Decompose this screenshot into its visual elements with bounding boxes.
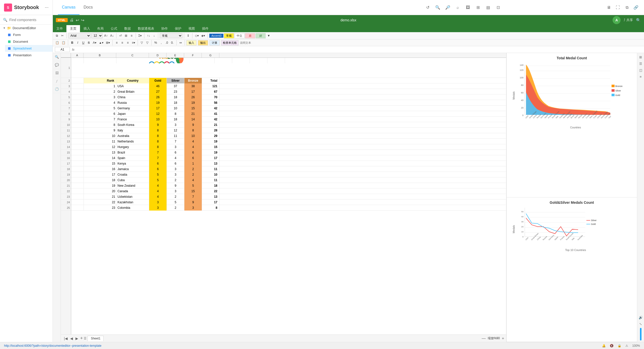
cell-total[interactable]: 70 bbox=[202, 94, 220, 100]
cell-rank[interactable]: 1 bbox=[84, 83, 116, 89]
row-height2-btn[interactable]: ⇔ bbox=[178, 40, 183, 45]
search-input[interactable] bbox=[9, 18, 53, 22]
cell-silver[interactable]: 3 bbox=[167, 172, 184, 177]
cell-rank[interactable]: 16 bbox=[84, 166, 116, 172]
undo-icon[interactable]: ↺ bbox=[425, 5, 431, 11]
align-center-btn[interactable]: ≡ bbox=[120, 40, 125, 45]
cell-silver[interactable]: 5 bbox=[167, 200, 184, 205]
zoom-in-icon[interactable]: 🔎 bbox=[445, 5, 451, 11]
cell-c1[interactable]: Rio 2016 bbox=[116, 58, 215, 63]
cell-total[interactable]: 67 bbox=[202, 89, 220, 94]
cell-bronze[interactable]: 7 bbox=[184, 194, 202, 200]
cell-bronze-header[interactable]: Bronze bbox=[184, 78, 202, 83]
cell-rank[interactable]: 11 bbox=[84, 139, 116, 144]
cell-rank[interactable]: 21 bbox=[84, 194, 116, 200]
ribbon-tab-formula[interactable]: 公式 bbox=[107, 25, 121, 32]
cell-bronze[interactable]: 15 bbox=[184, 188, 202, 194]
size-selector[interactable]: 12 bbox=[91, 33, 103, 38]
cell-total[interactable]: 11 bbox=[202, 166, 220, 172]
cell-bronze[interactable]: 17 bbox=[184, 89, 202, 94]
scroll-handle[interactable] bbox=[640, 328, 641, 340]
cell-country[interactable]: Uzbekistan bbox=[116, 194, 149, 200]
more-icon[interactable]: ⊡ bbox=[495, 5, 501, 11]
cut-btn[interactable]: ✂ bbox=[60, 33, 65, 38]
cell-bronze[interactable]: 15 bbox=[184, 106, 202, 111]
cell-rank[interactable]: 12 bbox=[84, 144, 116, 150]
cell-gold[interactable]: 46 bbox=[149, 83, 167, 89]
cell-rank[interactable]: 13 bbox=[84, 150, 116, 155]
sort-asc-btn[interactable]: ↑↓ bbox=[146, 33, 151, 38]
cell-gold[interactable]: 5 bbox=[149, 177, 167, 183]
cell-gold[interactable]: 4 bbox=[149, 188, 167, 194]
cell-silver[interactable]: 6 bbox=[167, 150, 184, 155]
cell-silver[interactable]: 23 bbox=[167, 89, 184, 94]
sheet-nav-prev[interactable]: ◀ bbox=[69, 336, 74, 341]
cell-total[interactable]: 42 bbox=[202, 117, 220, 122]
merge-btn[interactable]: ⊞ bbox=[124, 33, 129, 38]
cell-a1[interactable] bbox=[71, 58, 84, 63]
formula-input[interactable] bbox=[76, 48, 642, 51]
sort-desc-btn[interactable]: ↓ bbox=[151, 33, 156, 38]
sidebar-item-document[interactable]: Document bbox=[5, 38, 53, 45]
align-left-btn[interactable]: ≡ bbox=[114, 40, 119, 45]
search-icon[interactable]: ⌕ bbox=[455, 5, 461, 11]
cell-rank[interactable]: 20 bbox=[84, 188, 116, 194]
thousand-btn[interactable]: , bbox=[159, 40, 164, 45]
cell-empty[interactable] bbox=[71, 139, 84, 144]
sidebar-item-form[interactable]: Form bbox=[5, 31, 53, 38]
decimal-down-btn[interactable]: 0. bbox=[170, 40, 175, 45]
style-input[interactable]: 输入 bbox=[186, 40, 196, 45]
cell-gold[interactable]: 17 bbox=[149, 106, 167, 111]
cell-rank[interactable]: 8 bbox=[84, 122, 116, 128]
right-icon-4[interactable]: ≡ bbox=[638, 74, 644, 80]
cell-bronze[interactable]: 4 bbox=[184, 139, 202, 144]
ribbon-tab-home[interactable]: 主页 bbox=[66, 25, 80, 32]
cell-bronze[interactable]: 21 bbox=[184, 111, 202, 117]
cell-total[interactable]: 11 bbox=[202, 177, 220, 183]
comment-icon[interactable]: 💬 bbox=[53, 61, 61, 69]
cell-silver[interactable]: 9 bbox=[167, 183, 184, 188]
cell-total[interactable]: 42 bbox=[202, 106, 220, 111]
cell-rank[interactable]: 22 bbox=[84, 200, 116, 205]
bold-btn[interactable]: B bbox=[70, 40, 75, 45]
percent-btn[interactable]: % bbox=[153, 40, 158, 45]
style-normal[interactable]: 常规 bbox=[224, 33, 234, 38]
cell-empty[interactable] bbox=[71, 89, 84, 94]
cell-total[interactable]: 18 bbox=[202, 183, 220, 188]
cell-empty[interactable] bbox=[71, 166, 84, 172]
cell-empty[interactable] bbox=[71, 155, 84, 161]
wrap-btn[interactable]: ⏎ bbox=[118, 33, 123, 38]
row-height-btn[interactable]: ⇕ bbox=[186, 33, 191, 38]
cell-gold[interactable]: 7 bbox=[149, 155, 167, 161]
warning-icon[interactable]: ⚠ bbox=[625, 344, 628, 347]
image2-icon[interactable]: 🖼 bbox=[53, 69, 61, 77]
font-selector[interactable]: Arial bbox=[68, 33, 91, 38]
cell-total[interactable]: 29 bbox=[202, 133, 220, 139]
sheet-list-button[interactable]: ☰ bbox=[84, 337, 87, 340]
cell-rank[interactable]: 5 bbox=[84, 106, 116, 111]
cell-empty[interactable] bbox=[71, 117, 84, 122]
paste2-btn[interactable]: 📋 bbox=[61, 40, 66, 45]
cell-gold[interactable]: 4 bbox=[149, 183, 167, 188]
align-justify-btn[interactable]: ≡▾ bbox=[131, 40, 136, 45]
ribbon-tab-protect[interactable]: 保护 bbox=[171, 25, 185, 32]
cell-gold[interactable]: 7 bbox=[149, 150, 167, 155]
cell-silver[interactable]: 11 bbox=[167, 133, 184, 139]
cell-bronze[interactable]: 5 bbox=[184, 183, 202, 188]
cell-a2[interactable] bbox=[71, 78, 84, 83]
cell-empty[interactable] bbox=[71, 122, 84, 128]
style-check[interactable]: 检查单元格 bbox=[221, 40, 238, 45]
tab-docs[interactable]: Docs bbox=[79, 0, 97, 15]
grid-icon[interactable]: ⊞ bbox=[475, 5, 481, 11]
decimal-up-btn[interactable]: .0 bbox=[164, 40, 169, 45]
cell-gold[interactable]: 9 bbox=[149, 122, 167, 128]
cell-empty[interactable] bbox=[71, 111, 84, 117]
cell-empty[interactable] bbox=[71, 200, 84, 205]
cell-country[interactable]: South Korea bbox=[116, 122, 149, 128]
cell-total[interactable]: 13 bbox=[202, 161, 220, 166]
italic-btn[interactable]: I bbox=[75, 40, 80, 45]
cell-country[interactable]: Kenya bbox=[116, 161, 149, 166]
cell-country[interactable]: Brazil bbox=[116, 150, 149, 155]
cell-e1[interactable] bbox=[232, 58, 250, 63]
cell-total[interactable]: 10 bbox=[202, 172, 220, 177]
